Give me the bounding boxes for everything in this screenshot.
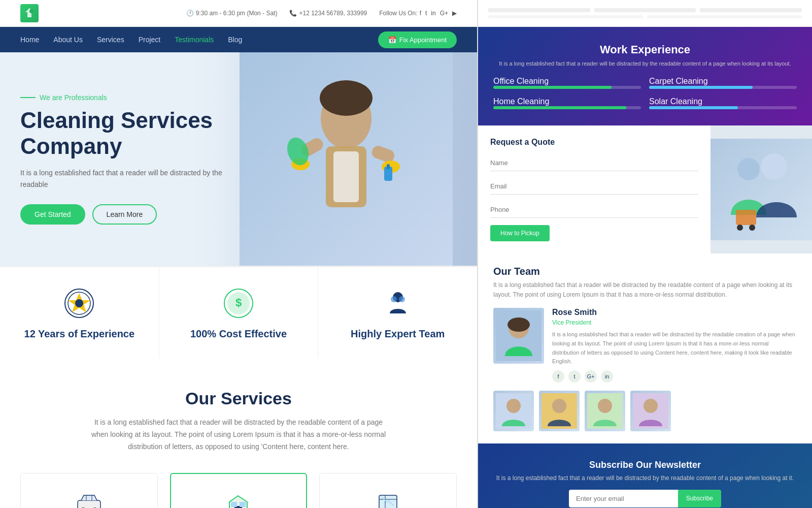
nav-testimonials[interactable]: Testimonials [175, 36, 214, 44]
follow-info: Follow Us On: f t in G+ ▶ [379, 10, 457, 17]
nav-blog[interactable]: Blog [228, 36, 242, 44]
team-tw-link[interactable]: t [568, 370, 581, 383]
team-avatar-rose [493, 308, 544, 364]
team-fb-link[interactable]: f [552, 370, 564, 383]
svg-rect-22 [78, 500, 100, 508]
fix-appointment-button[interactable]: 📅 Fix Appointment [378, 31, 457, 48]
work-experience-section: Work Experience It is a long established… [478, 27, 812, 125]
right-panel: Work Experience It is a long established… [477, 0, 812, 508]
quote-team-image [710, 125, 812, 253]
team-member-role: Vice President [552, 319, 797, 326]
svg-point-45 [761, 153, 787, 180]
home-label: Home Cleaning [493, 97, 549, 106]
cost-icon: $ [221, 285, 256, 321]
hero-description: It is a long established fact that a rea… [20, 167, 223, 190]
carpet-progress-fill [649, 86, 753, 89]
experience-label: 12 Years of Experience [24, 328, 135, 340]
phone-info: 📞 +12 1234 56789, 333999 [289, 10, 367, 17]
work-exp-title: Work Experience [493, 43, 797, 56]
svg-point-0 [29, 9, 33, 13]
team-placeholder-image [710, 139, 812, 240]
office-progress-fill [493, 86, 612, 89]
service-room-cleaning: Room Cleaning It is a long established f… [170, 473, 308, 508]
quote-section: Request a Quote How to Pickup [478, 125, 812, 253]
hero-section: We are Professionals Cleaning Services C… [0, 52, 477, 266]
svg-rect-46 [736, 210, 756, 225]
hero-content: We are Professionals Cleaning Services C… [0, 63, 244, 255]
team-section: Our Team It is a long established fact t… [478, 253, 812, 443]
svg-point-51 [507, 318, 530, 332]
team-main: Rose Smith Vice President It is a long e… [493, 308, 797, 382]
service-car-cleaning: Car Cleaning It is a long established fa… [20, 473, 158, 508]
newsletter-form: Subscribe [569, 490, 721, 507]
facebook-link[interactable]: f [420, 10, 421, 17]
stat-team: Highly Expert Team [318, 267, 477, 358]
calendar-icon: 📅 [388, 36, 396, 44]
linkedin-link[interactable]: in [431, 10, 435, 17]
solar-progress-fill [649, 106, 738, 109]
glass-cleaning-icon [373, 489, 403, 508]
exp-item-carpet: Carpet Cleaning [649, 77, 797, 89]
experience-icon [61, 285, 97, 321]
office-label: Office Cleaning [493, 77, 549, 85]
team-thumbnails [493, 391, 797, 431]
solar-progress-bg [649, 106, 797, 109]
social-icons[interactable]: f t in G+ ▶ [420, 10, 457, 17]
svg-point-20 [391, 296, 397, 302]
experience-grid: Office Cleaning Carpet Cleaning Home Cle… [493, 77, 797, 109]
youtube-link[interactable]: ▶ [452, 10, 457, 17]
nav-services[interactable]: Services [97, 36, 124, 44]
gplus-link[interactable]: G+ [440, 10, 448, 17]
stat-cost: $ 100% Cost Effective [159, 267, 319, 358]
services-title: Our Services [20, 389, 457, 408]
exp-item-solar: Solar Cleaning [649, 97, 797, 109]
nav-bar: Home About Us Services Project Testimoni… [0, 27, 477, 52]
carpet-progress-bg [649, 86, 797, 89]
nav-project[interactable]: Project [139, 36, 161, 44]
team-member-name: Rose Smith [552, 308, 797, 317]
solar-label: Solar Cleaning [649, 97, 702, 106]
carpet-label: Carpet Cleaning [649, 77, 708, 85]
team-member-bio: It is a long established fact that a rea… [552, 330, 797, 366]
team-social-links: f t G+ in [552, 370, 797, 383]
exp-item-home: Home Cleaning [493, 97, 641, 109]
svg-text:$: $ [235, 296, 242, 309]
team-in-link[interactable]: in [601, 370, 613, 383]
home-progress-bg [493, 106, 641, 109]
work-exp-desc: It is a long established fact that a rea… [493, 60, 797, 67]
svg-rect-4 [333, 151, 359, 202]
nav-about[interactable]: About Us [53, 36, 83, 44]
office-progress-bg [493, 86, 641, 89]
learn-more-button[interactable]: Learn More [92, 204, 157, 225]
room-cleaning-icon [223, 489, 254, 508]
quote-phone-input[interactable] [490, 202, 698, 218]
svg-rect-31 [240, 502, 246, 507]
hero-image [215, 52, 477, 266]
team-thumb-4 [630, 391, 671, 431]
newsletter-email-input[interactable] [569, 490, 678, 507]
top-info: 🕐 9:30 am - 6:30 pm (Mon - Sat) 📞 +12 12… [186, 10, 457, 17]
svg-point-2 [320, 80, 373, 116]
cost-label: 100% Cost Effective [190, 328, 287, 340]
hero-person-image [240, 52, 453, 266]
stat-experience: 12 Years of Experience [0, 267, 159, 358]
newsletter-section: Subscribe Our Newsletter It is a long es… [478, 443, 812, 508]
svg-point-21 [399, 296, 405, 302]
newsletter-subscribe-button[interactable]: Subscribe [678, 490, 721, 507]
team-gp-link[interactable]: G+ [585, 370, 597, 383]
nav-links: Home About Us Services Project Testimoni… [20, 36, 242, 44]
newsletter-desc: It is a long established fact that a rea… [493, 474, 797, 482]
twitter-link[interactable]: t [425, 10, 427, 17]
svg-rect-30 [231, 502, 237, 507]
get-started-button[interactable]: Get Started [20, 204, 85, 225]
quote-submit-button[interactable]: How to Pickup [490, 225, 550, 241]
logo [20, 4, 39, 22]
hero-title: Cleaning Services Company [20, 108, 223, 159]
svg-point-48 [749, 225, 755, 231]
svg-point-53 [506, 399, 521, 413]
logo-icon [20, 4, 39, 22]
quote-email-input[interactable] [490, 178, 698, 195]
nav-home[interactable]: Home [20, 36, 39, 44]
svg-rect-10 [387, 164, 390, 169]
quote-name-input[interactable] [490, 155, 698, 171]
